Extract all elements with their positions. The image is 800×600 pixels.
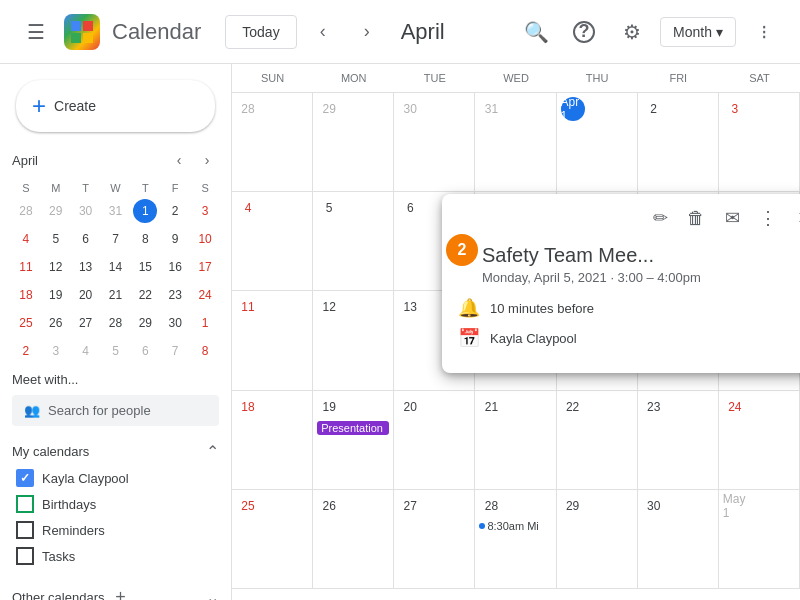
calendar-item-tasks[interactable]: Tasks: [12, 543, 219, 569]
mini-day-today[interactable]: 1: [133, 199, 157, 223]
popup-body: 2 Safety Team Mee... Monday, April 5, 20…: [442, 234, 800, 373]
mini-day[interactable]: 18: [14, 283, 38, 307]
cal-cell-apr24[interactable]: 24: [719, 391, 800, 490]
mini-day[interactable]: 4: [14, 227, 38, 251]
mini-next-button[interactable]: ›: [195, 148, 219, 172]
today-button[interactable]: Today: [225, 15, 296, 49]
cal-cell-apr26[interactable]: 26: [313, 490, 394, 589]
mini-day[interactable]: 27: [74, 311, 98, 335]
mini-day[interactable]: 29: [133, 311, 157, 335]
mini-day[interactable]: 11: [14, 255, 38, 279]
close-popup-button[interactable]: ✕: [788, 202, 800, 234]
event-inline-830[interactable]: 8:30am Mi: [487, 520, 538, 532]
mini-day[interactable]: 14: [103, 255, 127, 279]
cal-cell-may1[interactable]: May 1: [719, 490, 800, 589]
my-calendars-chevron[interactable]: ⌃: [206, 442, 219, 461]
mini-day[interactable]: 20: [74, 283, 98, 307]
mini-day[interactable]: 2: [163, 199, 187, 223]
birthdays-checkbox[interactable]: [16, 495, 34, 513]
cal-cell-apr29[interactable]: 29: [557, 490, 638, 589]
cal-cell-apr22[interactable]: 22: [557, 391, 638, 490]
mini-day[interactable]: 5: [103, 339, 127, 363]
kayla-checkbox[interactable]: ✓: [16, 469, 34, 487]
reminders-checkbox[interactable]: [16, 521, 34, 539]
mini-day[interactable]: 3: [44, 339, 68, 363]
mini-day[interactable]: 2: [14, 339, 38, 363]
mini-day[interactable]: 16: [163, 255, 187, 279]
mini-day[interactable]: 1: [193, 311, 217, 335]
mini-day[interactable]: 6: [74, 227, 98, 251]
event-chip-presentation[interactable]: Presentation: [317, 421, 389, 435]
mini-day[interactable]: 13: [74, 255, 98, 279]
cal-cell-apr27[interactable]: 27: [394, 490, 475, 589]
cal-cell-apr19[interactable]: 19 Presentation: [313, 391, 394, 490]
email-event-button[interactable]: ✉: [716, 202, 748, 234]
mini-day[interactable]: 22: [133, 283, 157, 307]
mini-day[interactable]: 17: [193, 255, 217, 279]
mini-day[interactable]: 19: [44, 283, 68, 307]
calendar-item-kayla[interactable]: ✓ Kayla Claypool: [12, 465, 219, 491]
cal-cell-mar28[interactable]: 28: [232, 93, 313, 192]
mini-day[interactable]: 25: [14, 311, 38, 335]
cal-cell-apr23[interactable]: 23: [638, 391, 719, 490]
mini-day[interactable]: 30: [74, 199, 98, 223]
tasks-checkbox[interactable]: [16, 547, 34, 565]
cal-cell-apr11[interactable]: 11: [232, 291, 313, 390]
cal-cell-apr30[interactable]: 30: [638, 490, 719, 589]
cal-cell-apr28[interactable]: 28 8:30am Mi: [475, 490, 556, 589]
mini-day[interactable]: 28: [14, 199, 38, 223]
next-month-button[interactable]: ›: [349, 14, 385, 50]
calendar-item-reminders[interactable]: Reminders: [12, 517, 219, 543]
calendar-item-birthdays[interactable]: Birthdays: [12, 491, 219, 517]
cal-cell-apr1[interactable]: Apr 1: [557, 93, 638, 192]
cal-cell-apr20[interactable]: 20: [394, 391, 475, 490]
cal-cell-apr2[interactable]: 2: [638, 93, 719, 192]
mini-day[interactable]: 7: [103, 227, 127, 251]
search-button[interactable]: 🔍: [516, 12, 556, 52]
edit-event-button[interactable]: ✏: [644, 202, 676, 234]
cal-cell-apr3[interactable]: 3: [719, 93, 800, 192]
mini-day[interactable]: 12: [44, 255, 68, 279]
prev-month-button[interactable]: ‹: [305, 14, 341, 50]
mini-day[interactable]: 5: [44, 227, 68, 251]
mini-day[interactable]: 10: [193, 227, 217, 251]
menu-button[interactable]: ☰: [16, 12, 56, 52]
cal-cell-mar31[interactable]: 31: [475, 93, 556, 192]
create-button[interactable]: + Create: [16, 80, 215, 132]
apps-button[interactable]: ⁝: [744, 12, 784, 52]
view-mode-dropdown[interactable]: Month ▾: [660, 17, 736, 47]
mini-day[interactable]: 4: [74, 339, 98, 363]
cal-cell-apr5[interactable]: 5: [313, 192, 394, 291]
settings-button[interactable]: ⚙: [612, 12, 652, 52]
help-button[interactable]: ?: [564, 12, 604, 52]
cal-cell-apr12[interactable]: 12: [313, 291, 394, 390]
mini-day[interactable]: 28: [103, 311, 127, 335]
mini-day[interactable]: 24: [193, 283, 217, 307]
search-people-input[interactable]: 👥 Search for people: [12, 395, 219, 426]
mini-day[interactable]: 30: [163, 311, 187, 335]
other-calendars-chevron[interactable]: ⌄: [206, 588, 219, 601]
mini-day[interactable]: 6: [133, 339, 157, 363]
mini-day[interactable]: 15: [133, 255, 157, 279]
mini-day[interactable]: 21: [103, 283, 127, 307]
mini-day[interactable]: 7: [163, 339, 187, 363]
mini-day[interactable]: 3: [193, 199, 217, 223]
cal-cell-apr21[interactable]: 21: [475, 391, 556, 490]
cal-cell-apr18[interactable]: 18: [232, 391, 313, 490]
add-calendar-button[interactable]: +: [109, 585, 133, 600]
mini-prev-button[interactable]: ‹: [167, 148, 191, 172]
mini-day[interactable]: 29: [44, 199, 68, 223]
mini-day[interactable]: 8: [133, 227, 157, 251]
mini-day[interactable]: 31: [103, 199, 127, 223]
mini-day[interactable]: 23: [163, 283, 187, 307]
mini-day[interactable]: 9: [163, 227, 187, 251]
delete-event-button[interactable]: 🗑: [680, 202, 712, 234]
mini-day[interactable]: 8: [193, 339, 217, 363]
mini-day[interactable]: 26: [44, 311, 68, 335]
more-options-button[interactable]: ⋮: [752, 202, 784, 234]
cal-cell-mar29[interactable]: 29: [313, 93, 394, 192]
cal-cell-apr4[interactable]: 4: [232, 192, 313, 291]
cal-cell-mar30[interactable]: 30: [394, 93, 475, 192]
cal-cell-apr25[interactable]: 25: [232, 490, 313, 589]
cell-date: 31: [479, 97, 503, 121]
